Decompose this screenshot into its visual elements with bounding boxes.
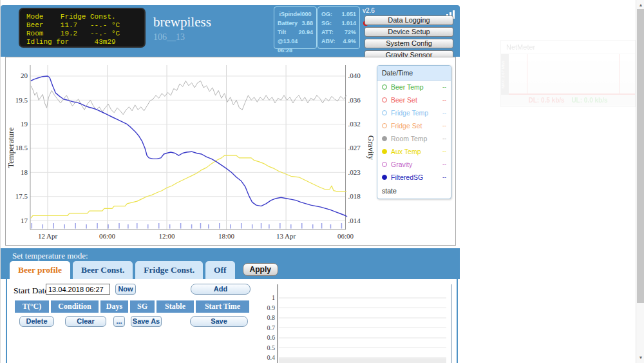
ispindel-info-box: iSpindel000 Battery 3.88 Tilt 20.94 @13.…	[274, 6, 317, 49]
netmeter-upload-rate: UL: 0.0 kb/s	[571, 97, 607, 104]
series-marker-icon	[382, 97, 387, 103]
sg-label: SG:	[321, 19, 332, 28]
svg-text:18: 18	[21, 168, 28, 176]
now-button[interactable]: Now	[115, 284, 136, 295]
series-marker-icon	[382, 110, 387, 115]
netmeter-baseline	[509, 93, 635, 95]
battery-label: Battery	[278, 19, 298, 28]
svg-text:0.7: 0.7	[267, 324, 276, 331]
abv-row: ABV: 4.9%	[318, 37, 359, 46]
netmeter-max-label: MAX: 2.67 Mb/s	[501, 54, 509, 95]
column-header: Condition	[51, 300, 99, 313]
sg-value: 1.014	[341, 19, 356, 28]
abv-value: 4.9%	[343, 37, 356, 46]
svg-text:12 Apr: 12 Apr	[38, 232, 58, 240]
apply-button[interactable]: Apply	[243, 263, 278, 276]
series-marker-icon	[382, 136, 387, 141]
tab-off[interactable]: Off	[205, 261, 235, 279]
series-marker-icon	[382, 123, 387, 128]
netmeter-spike	[527, 54, 527, 95]
start-date-input[interactable]	[46, 284, 110, 295]
scroll-down-icon[interactable]: ▼	[636, 354, 644, 362]
device-setup-button[interactable]: Device Setup	[365, 27, 453, 37]
lcd-status-display: Mode Fridge Const. Beer 11.7 --.- °C Roo…	[19, 8, 146, 48]
delete-button[interactable]: Delete	[19, 316, 54, 327]
lcd-line-idling: Idling for 43m29	[26, 38, 144, 46]
system-config-button[interactable]: System Config	[365, 39, 453, 48]
vertical-scrollbar[interactable]: ▲ ▼	[636, 0, 644, 363]
lcd-line-mode: Mode Fridge Const.	[26, 13, 144, 21]
tab-beer-profile[interactable]: Beer profile	[10, 261, 70, 279]
gravity-info-box: OG: 1.051 SG: 1.014 ATT: 72% ABV: 4.9%	[317, 6, 360, 49]
svg-text:1: 1	[272, 294, 275, 301]
svg-text:19.5: 19.5	[15, 96, 28, 104]
series-value: --	[442, 123, 446, 129]
app-header: Mode Fridge Const. Beer 11.7 --.- °C Roo…	[1, 5, 460, 57]
series-label: Beer Temp	[391, 83, 439, 91]
svg-text:.023: .023	[348, 168, 361, 176]
chart-legend: Date/Time Beer Temp--Beer Set--Fridge Te…	[377, 65, 451, 199]
legend-rows: Beer Temp--Beer Set--Fridge Temp--Fridge…	[377, 81, 451, 184]
svg-text:.018: .018	[348, 192, 361, 200]
data-logging-button[interactable]: Data Logging	[365, 15, 453, 25]
series-marker-icon	[382, 175, 387, 180]
svg-text:Temperature: Temperature	[6, 127, 15, 168]
battery-value: 3.88	[301, 19, 313, 28]
lcd-line-beer: Beer 11.7 --.- °C	[26, 21, 144, 30]
column-header: Days	[100, 300, 128, 313]
scroll-up-icon[interactable]: ▲	[636, 1, 644, 9]
svg-text:06:00: 06:00	[99, 232, 116, 240]
legend-row-fridge-set[interactable]: Fridge Set--	[377, 119, 451, 132]
profile-table-header: T(°C)ConditionDaysSGStableStart Time	[15, 300, 249, 313]
legend-row-gravity[interactable]: Gravity--	[377, 158, 451, 171]
legend-row-beer-temp[interactable]: Beer Temp--	[377, 81, 451, 93]
series-value: --	[442, 135, 446, 142]
series-room-temp	[31, 81, 346, 115]
series-value: --	[442, 148, 446, 155]
svg-text:0.6: 0.6	[267, 334, 276, 341]
att-label: ATT:	[321, 28, 334, 37]
title-block: brewpiless 106__13	[153, 14, 211, 43]
legend-row-beer-set[interactable]: Beer Set--	[377, 93, 451, 106]
clear-button[interactable]: Clear	[65, 316, 106, 327]
tab-fridge-const-[interactable]: Fridge Const.	[135, 261, 203, 279]
svg-text:.032: .032	[348, 120, 361, 128]
chart-panel: 1717.51818.51919.520.014.018.023.027.032…	[5, 57, 456, 246]
netmeter-spike	[619, 54, 620, 95]
legend-state-label: state	[377, 184, 451, 199]
ispindel-battery-row: Battery 3.88	[274, 19, 316, 28]
legend-row-room-temp[interactable]: Room Temp--	[377, 132, 451, 145]
legend-row-aux-temp[interactable]: Aux Temp--	[377, 145, 451, 158]
og-label: OG:	[321, 10, 332, 19]
series-aux-temp	[31, 155, 346, 218]
att-value: 72%	[345, 28, 356, 37]
netmeter-title: NetMeter	[501, 41, 635, 54]
ispindel-tilt-row: Tilt 20.94	[274, 28, 316, 37]
svg-text:17: 17	[21, 217, 28, 224]
tab-beer-const-[interactable]: Beer Const.	[73, 261, 133, 279]
legend-row-filteredsg[interactable]: FilteredSG--	[377, 171, 451, 184]
tilt-value: 20.94	[298, 28, 313, 37]
series-value: --	[442, 110, 446, 116]
netmeter-footer: DL: 0.5 kb/s UL: 0.0 kb/s	[501, 95, 635, 106]
temperature-gravity-chart[interactable]: 1717.51818.51919.520.014.018.023.027.032…	[6, 57, 379, 245]
att-row: ATT: 72%	[318, 28, 359, 37]
save-button[interactable]: Save	[190, 316, 248, 327]
legend-row-fridge-temp[interactable]: Fridge Temp--	[377, 106, 451, 119]
legend-datetime-header: Date/Time	[377, 66, 451, 81]
column-header: T(°C)	[15, 300, 49, 313]
column-header: Stable	[156, 300, 194, 313]
series-marker-icon	[382, 162, 387, 167]
add-button[interactable]: Add	[191, 284, 251, 295]
series-label: Fridge Set	[391, 122, 439, 130]
series-label: Beer Set	[391, 96, 439, 104]
beer-profile-editor: Start Date: Now Add T(°C)ConditionDaysSG…	[6, 279, 458, 363]
tilt-label: Tilt	[278, 28, 286, 37]
svg-text:0.9: 0.9	[267, 304, 276, 311]
series-value: --	[442, 97, 446, 103]
profile-preview-chart: 10.90.80.70.60.50.4	[258, 282, 457, 363]
scrollbar-thumb[interactable]	[637, 9, 644, 303]
more-options-button[interactable]: ...	[113, 316, 125, 327]
save-as-button[interactable]: Save As	[131, 316, 162, 327]
page-subtitle: 106__13	[153, 32, 211, 43]
